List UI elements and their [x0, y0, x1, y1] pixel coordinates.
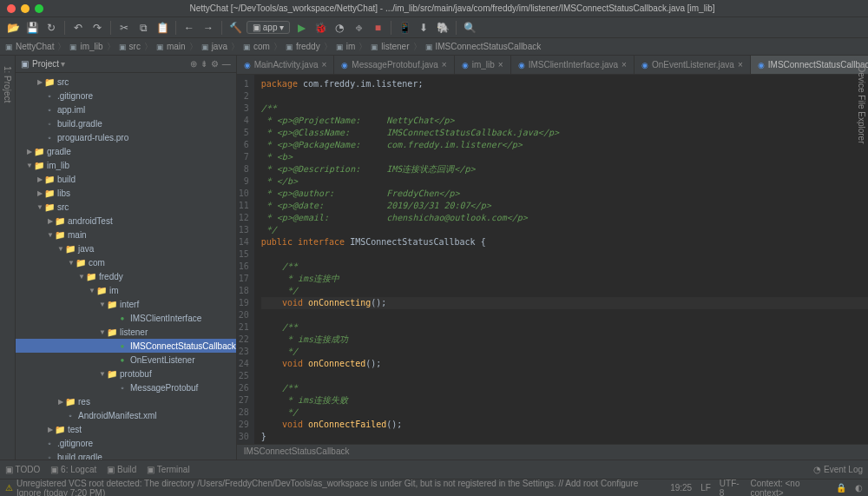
warning-icon[interactable]: ⚠	[5, 483, 13, 493]
tree-item[interactable]: ◦MessageProtobuf	[16, 380, 236, 394]
right-tool-tab[interactable]: Device File Explorer	[856, 63, 867, 453]
collapse-icon[interactable]: ⇟	[201, 59, 207, 69]
code-line[interactable]: /**	[261, 321, 868, 334]
expand-arrow-icon[interactable]: ▶	[26, 148, 33, 155]
cut-icon[interactable]: ✂	[116, 20, 132, 36]
breadcrumb-item[interactable]: main	[167, 42, 186, 51]
code-line[interactable]	[261, 370, 868, 382]
tree-item[interactable]: ▼📁im	[16, 283, 236, 297]
code-line[interactable]: * <p>@ClassName: IMSConnectStatusCallbac…	[261, 127, 868, 139]
tree-item[interactable]: ◦AndroidManifest.xml	[16, 408, 236, 422]
code-line[interactable]: * <b>	[261, 151, 868, 163]
tree-item[interactable]: ▼📁interf	[16, 297, 236, 311]
tree-item[interactable]: ◦.gitignore	[16, 89, 236, 103]
bottom-tool-tab[interactable]: ▣ 6: Logcat	[50, 465, 96, 474]
tree-item[interactable]: ▼📁main	[16, 228, 236, 241]
editor-tab[interactable]: ◉im_lib×	[455, 56, 511, 74]
code-line[interactable]: * <p>@email: chenshichao@outlook.com</p>	[261, 212, 868, 224]
code-line[interactable]: * ims连接失败	[261, 394, 868, 407]
editor-tab[interactable]: ◉MainActivity.java×	[237, 56, 335, 74]
code-line[interactable]: * <p>@PackageName: com.freddy.im.listene…	[261, 139, 868, 151]
expand-arrow-icon[interactable]: ▼	[99, 328, 106, 336]
inspector-icon[interactable]: ◐	[855, 483, 863, 493]
code-line[interactable]: }	[261, 431, 868, 443]
undo-icon[interactable]: ↶	[70, 20, 86, 36]
tree-item[interactable]: ▶📁src	[16, 75, 236, 89]
code-area[interactable]: package com.freddy.im.listener; /** * <p…	[254, 75, 868, 444]
bottom-tool-tab[interactable]: ▣ TODO	[5, 465, 40, 474]
bottom-tool-tab[interactable]: ▣ Build	[107, 465, 136, 474]
tree-item[interactable]: ▼📁listener	[16, 325, 236, 339]
code-line[interactable]	[261, 90, 868, 103]
tree-item[interactable]: ●IMSClientInterface	[16, 311, 236, 325]
code-line[interactable]: * <p>@date: 2019/03/31 20:07</p>	[261, 200, 868, 212]
run-configuration[interactable]: ▣ app ▾	[247, 21, 290, 34]
code-line[interactable]: * ims连接中	[261, 273, 868, 285]
search-icon[interactable]: 🔍	[462, 20, 477, 36]
back-icon[interactable]: ←	[181, 20, 197, 36]
editor-tab[interactable]: ◉IMSConnectStatusCallback.java×	[751, 56, 868, 74]
stop-icon[interactable]: ■	[370, 20, 385, 36]
tree-item[interactable]: ▶📁test	[16, 422, 236, 436]
tree-item[interactable]: ▼📁com	[16, 255, 236, 269]
maximize-window-button[interactable]	[35, 4, 43, 13]
project-tree[interactable]: ▶📁src◦.gitignore◦app.iml◦build.gradle◦pr…	[16, 73, 236, 460]
breadcrumb-item[interactable]: freddy	[296, 42, 320, 51]
editor-body[interactable]: 1234567891011121314151617181920212223242…	[237, 75, 868, 444]
tree-item[interactable]: ▼📁protobuf	[16, 367, 236, 380]
run-icon[interactable]: ▶	[293, 20, 309, 36]
tree-item[interactable]: ●OnEventListener	[16, 353, 236, 367]
tree-item[interactable]: ◦build.gradle	[16, 116, 236, 130]
event-log-tab[interactable]: ◔ Event Log	[813, 465, 863, 474]
tree-item[interactable]: ▶📁build	[16, 172, 236, 186]
code-line[interactable]: */	[261, 285, 868, 297]
code-line[interactable]: void onConnected();	[261, 358, 868, 370]
tree-item[interactable]: ◦proguard-rules.pro	[16, 130, 236, 144]
expand-arrow-icon[interactable]: ▶	[57, 398, 64, 406]
caret-position[interactable]: 19:25	[670, 483, 692, 493]
expand-arrow-icon[interactable]: ▼	[47, 231, 54, 239]
tree-item[interactable]: ●IMSConnectStatusCallback	[16, 339, 236, 353]
code-line[interactable]: * </b>	[261, 175, 868, 188]
code-line[interactable]: void onConnecting();	[261, 297, 868, 309]
close-tab-icon[interactable]: ×	[621, 60, 627, 69]
gear-icon[interactable]: ⚙	[211, 59, 219, 69]
breadcrumb-item[interactable]: im	[346, 42, 356, 51]
breadcrumb-item[interactable]: com	[253, 42, 270, 51]
bottom-tool-tab[interactable]: ▣ Terminal	[147, 465, 189, 474]
close-tab-icon[interactable]: ×	[442, 60, 447, 69]
breadcrumb-item[interactable]: IMSConnectStatusCallback	[436, 42, 542, 51]
tree-item[interactable]: ◦app.iml	[16, 103, 236, 116]
tree-item[interactable]: ▶📁gradle	[16, 144, 236, 158]
target-icon[interactable]: ⊕	[190, 59, 197, 69]
expand-arrow-icon[interactable]: ▼	[26, 162, 33, 169]
dropdown-icon[interactable]: ▣	[21, 59, 29, 69]
sync-icon[interactable]: 🐘	[435, 20, 450, 36]
editor-tab[interactable]: ◉OnEventListener.java×	[635, 56, 751, 74]
breadcrumb-item[interactable]: im_lib	[80, 42, 102, 51]
expand-arrow-icon[interactable]: ▼	[99, 301, 106, 308]
code-line[interactable]: */	[261, 346, 868, 358]
forward-icon[interactable]: →	[201, 20, 216, 36]
expand-arrow-icon[interactable]: ▼	[99, 370, 106, 378]
editor-tab[interactable]: ◉IMSClientInterface.java×	[511, 56, 635, 74]
project-panel-title[interactable]: Project	[32, 59, 59, 69]
close-window-button[interactable]	[7, 4, 16, 13]
breadcrumb-item[interactable]: NettyChat	[16, 42, 54, 51]
code-line[interactable]: package com.freddy.im.listener;	[261, 78, 868, 90]
editor-tab[interactable]: ◉MessageProtobuf.java×	[334, 56, 454, 74]
breadcrumb-item[interactable]: listener	[381, 42, 409, 51]
code-line[interactable]: */	[261, 224, 868, 236]
code-line[interactable]: * <p>@author: FreddyChen</p>	[261, 188, 868, 200]
close-tab-icon[interactable]: ×	[321, 60, 326, 69]
expand-arrow-icon[interactable]: ▶	[47, 426, 54, 433]
status-message[interactable]: Unregistered VCS root detected: The dire…	[16, 479, 661, 497]
code-line[interactable]: /**	[261, 382, 868, 394]
tree-item[interactable]: ▶📁androidTest	[16, 214, 236, 228]
refresh-icon[interactable]: ↻	[43, 20, 59, 36]
expand-arrow-icon[interactable]: ▶	[36, 175, 43, 183]
code-line[interactable]: * <p>@ProjectName: NettyChat</p>	[261, 115, 868, 127]
expand-arrow-icon[interactable]: ▼	[89, 287, 95, 294]
lock-icon[interactable]: 🔒	[836, 483, 846, 493]
open-icon[interactable]: 📂	[5, 20, 21, 36]
